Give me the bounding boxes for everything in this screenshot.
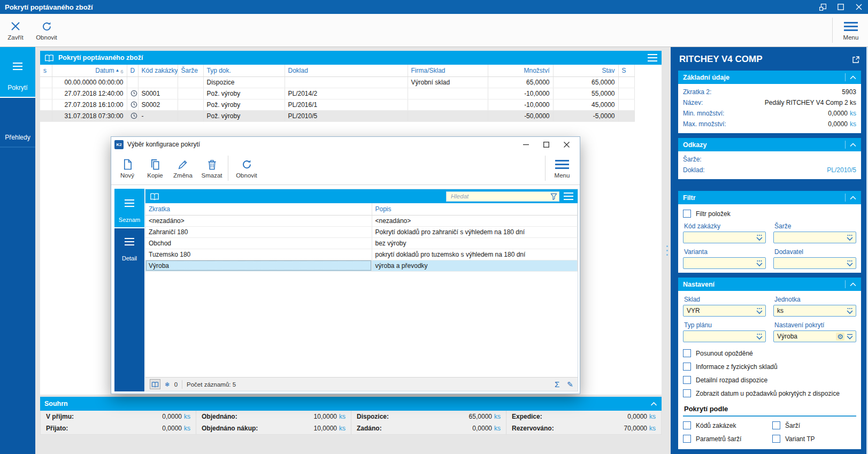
filter-funnel-icon[interactable] (550, 193, 557, 200)
section-filter: Filtr Filtr položek Kód zakázky Šarže Va… (678, 191, 861, 273)
collapse-chevron-icon[interactable] (850, 196, 856, 200)
sidebar-divider (0, 147, 35, 148)
gear-icon[interactable]: ⚙ (836, 333, 844, 341)
section-links-header[interactable]: Odkazy (678, 138, 861, 151)
field-doklad-link: Doklad:PL/2010/5 (683, 165, 856, 175)
snowflake-icon[interactable]: ❄ (165, 381, 170, 388)
combo-sarze[interactable] (773, 232, 856, 243)
table-row-selected[interactable]: Výroba výroba a převodky (145, 260, 578, 271)
combo-typ-planu[interactable] (683, 330, 766, 342)
col-doklad[interactable]: Doklad (285, 65, 408, 76)
table-row[interactable]: 27.07.2018 12:40:00 S0001 Pož. výrobyPL/… (40, 88, 634, 99)
combo-varianta[interactable] (683, 257, 766, 269)
checkbox-posunout-opozdene[interactable]: Posunout opožděné (683, 347, 856, 360)
grid-panel-header: Pokrytí poptávaného zboží (40, 51, 662, 65)
checkbox-variant-tp[interactable]: Variant TP (772, 432, 856, 445)
section-settings: Nastavení Sklad VYR Jednotka ks Typ plán… (678, 278, 861, 449)
col-mnozstvi[interactable]: Množství (488, 65, 553, 76)
panel-splitter[interactable] (665, 47, 670, 454)
coverage-table: s Datum▲6 D Kód zakázky Šarže Typ dok. D… (40, 65, 635, 122)
combo-nastaveni-pokryti[interactable]: Výroba ⚙ (773, 330, 856, 342)
grid-menu-icon[interactable] (648, 54, 657, 61)
collapse-chevron-icon[interactable] (850, 282, 856, 287)
open-external-icon[interactable] (852, 56, 860, 64)
summary-item: V příjmu:0,0000ks (41, 411, 196, 422)
col-kod-zakazky[interactable]: Kód zakázky (138, 65, 178, 76)
copy-button[interactable]: Kopie (141, 152, 169, 184)
dialog-menu-button[interactable]: Menu (547, 152, 578, 184)
col-status[interactable]: S (618, 65, 634, 76)
delete-button[interactable]: Smazat (197, 152, 227, 184)
refresh-button[interactable]: Obnovit (31, 14, 62, 47)
dialog-refresh-button[interactable]: Obnovit (229, 152, 264, 184)
close-button[interactable]: Zavřít (0, 14, 31, 47)
field-sarze-link: Šarže: (683, 154, 856, 165)
book-icon (150, 193, 159, 201)
table-row[interactable]: <nezadáno><nezadáno> (145, 215, 578, 226)
window-maximize-icon[interactable] (832, 0, 850, 14)
table-row[interactable]: Obchodbez výroby (145, 237, 578, 249)
combo-sklad[interactable]: VYR (683, 305, 766, 317)
grid-menu-icon[interactable] (564, 193, 573, 200)
dialog-maximize-icon[interactable] (536, 137, 556, 152)
col-typ-dok[interactable]: Typ dok. (203, 65, 285, 76)
dialog-tab-detail[interactable]: Detail (114, 227, 144, 266)
dialog-minimize-icon[interactable] (516, 137, 536, 152)
col-sarze[interactable]: Šarže (178, 65, 203, 76)
edit-button[interactable]: Změna (169, 152, 197, 184)
checkbox-detailni-rozpad[interactable]: Detailní rozpad dispozice (683, 373, 856, 387)
clock-icon (127, 88, 138, 99)
window-close-icon[interactable] (850, 0, 868, 14)
checkbox-parametru-sarzi[interactable]: Parametrů šarží (683, 432, 767, 445)
coverage-config-dialog: K2 Výběr konfigurace pokrytí Nový Kopie … (111, 136, 580, 394)
summary-item: Zadáno:0,0000ks (351, 422, 506, 434)
menu-button[interactable]: Menu (834, 14, 868, 47)
col-d[interactable]: D (127, 65, 138, 76)
dialog-close-icon[interactable] (556, 137, 577, 152)
checkbox-zobrazit-datum[interactable]: Zobrazit datum u požadavků pokrytých z d… (683, 387, 856, 400)
window-dock-icon[interactable] (813, 0, 832, 14)
table-row-selected[interactable]: 31.07.2018 07:30:00 - Pož. výrobyPL/2010… (40, 110, 634, 121)
edit-pencil-icon[interactable]: ✎ (567, 380, 573, 389)
section-settings-header[interactable]: Nastavení (678, 278, 861, 291)
combo-jednotka[interactable]: ks (773, 305, 856, 317)
col-popis[interactable]: Popis (372, 203, 578, 215)
checkbox-icon (772, 421, 780, 429)
col-datum[interactable]: Datum▲6 (52, 65, 127, 76)
dialog-tab-seznam[interactable]: Seznam (114, 189, 144, 227)
new-button[interactable]: Nový (113, 152, 141, 184)
col-firma-sklad[interactable]: Firma/Sklad (408, 65, 488, 76)
col-zkratka[interactable]: Zkratka (145, 203, 372, 215)
section-links: Odkazy Šarže: Doklad:PL/2010/5 (678, 138, 861, 179)
sidebar-tab-prehledy[interactable]: Přehledy (0, 97, 35, 147)
combo-dodavatel[interactable] (773, 257, 856, 269)
checkbox-kodu-zakazek[interactable]: Kódů zakázek (683, 419, 767, 432)
table-row[interactable]: 00.00.0000 00:00:00 Dispozice Výrobní sk… (40, 76, 634, 88)
checkbox-sarzi[interactable]: Šarží (772, 419, 856, 432)
sum-sigma-icon[interactable]: Σ (555, 380, 559, 389)
combo-chevron-icon (756, 333, 763, 340)
search-input[interactable] (450, 193, 550, 200)
col-stav[interactable]: Stav (553, 65, 618, 76)
toolbar-separator (545, 156, 546, 181)
checkbox-filtr-polozek[interactable]: Filtr položek (683, 207, 856, 220)
col-s[interactable]: s (40, 65, 52, 76)
dropdown-chevron-icon (846, 334, 854, 340)
table-row[interactable]: Zahraničí 180Pokrytí dokladů pro zahrani… (145, 226, 578, 237)
menu-icon (844, 20, 858, 33)
table-row[interactable]: Tuzemsko 180pokrytí dokladů pro tuzemsko… (145, 249, 578, 260)
sidebar-tab-pokryti[interactable]: Pokrytí (0, 47, 35, 97)
doklad-link[interactable]: PL/2010/5 (827, 166, 856, 174)
summary-item: Objednáno nákup:10,0000ks (196, 422, 351, 434)
section-filter-header[interactable]: Filtr (678, 191, 861, 204)
section-basic-header[interactable]: Základní údaje (678, 71, 861, 84)
combo-kod-zakazky[interactable] (683, 232, 766, 243)
checkbox-informace-sklady[interactable]: Informace z fyzických skladů (683, 360, 856, 373)
table-row[interactable]: 27.07.2018 16:10:00 S0002 Pož. výrobyPL/… (40, 99, 634, 110)
main-toolbar: Zavřít Obnovit Menu (0, 14, 868, 47)
collapse-chevron-icon[interactable] (650, 402, 657, 406)
book-view-icon[interactable] (150, 379, 160, 389)
collapse-chevron-icon[interactable] (850, 143, 856, 147)
list-icon (125, 199, 134, 207)
collapse-chevron-icon[interactable] (850, 75, 856, 80)
